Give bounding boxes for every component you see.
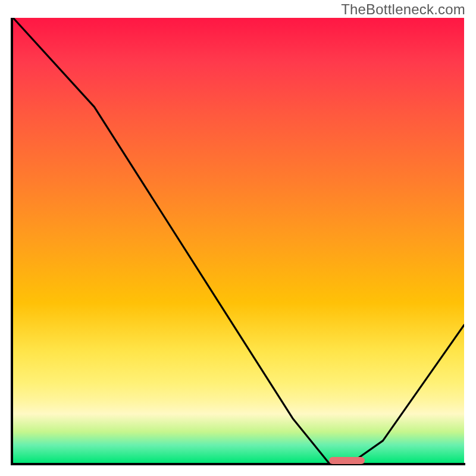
- optimum-range-marker: [329, 457, 365, 464]
- chart-gradient-background: [13, 18, 464, 463]
- stage: TheBottleneck.com: [0, 0, 476, 476]
- watermark-text: TheBottleneck.com: [341, 1, 465, 18]
